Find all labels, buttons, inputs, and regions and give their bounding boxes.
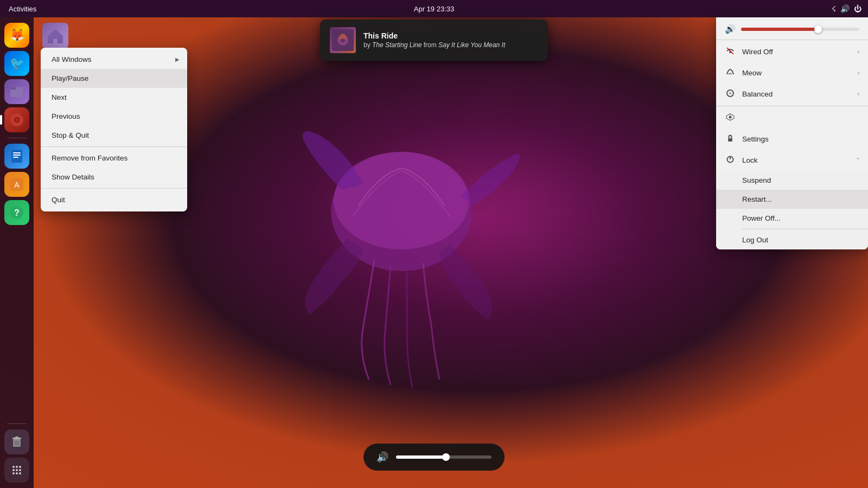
ctx-play-pause-label: Play/Pause [52, 74, 88, 82]
dock-item-app-grid[interactable] [4, 458, 29, 483]
submenu-suspend[interactable]: Suspend [716, 171, 868, 190]
sys-power-off-label: Lock [742, 156, 850, 164]
ctx-all-windows[interactable]: All Windows [41, 50, 187, 69]
music-album: Say It Like You Mean It [438, 41, 505, 49]
home-folder-icon [42, 23, 68, 49]
ctx-next-label: Next [52, 93, 67, 101]
ctx-stop-quit-label: Stop & Quit [52, 131, 89, 139]
svg-line-36 [727, 48, 733, 54]
system-menu: 🔊 Wired Off › Meow › Balanced › [716, 17, 868, 249]
sys-item-power-off[interactable]: Lock ˅ [716, 150, 868, 171]
music-info: This Ride by The Starting Line from Say … [363, 31, 538, 49]
svg-point-29 [16, 472, 18, 474]
music-popup: This Ride by The Starting Line from Say … [320, 20, 548, 61]
sys-item-wired-off[interactable]: Wired Off › [716, 41, 868, 62]
dock-item-rhythmbox[interactable] [4, 107, 29, 132]
wired-off-icon [725, 47, 736, 57]
sys-power-off-arrow: ˅ [857, 157, 859, 163]
svg-rect-4 [10, 87, 16, 89]
network-icon[interactable]: ☇ [832, 4, 836, 13]
submenu-log-out[interactable]: Log Out [716, 230, 868, 249]
sys-balanced-label: Balanced [742, 90, 851, 98]
volume-fill [741, 28, 818, 31]
sys-item-settings[interactable] [716, 107, 868, 129]
meow-icon [725, 68, 736, 78]
svg-point-22 [12, 466, 15, 468]
volume-osd: 🔊 [363, 444, 505, 471]
ctx-quit[interactable]: Quit [41, 190, 187, 209]
ctx-previous-label: Previous [52, 112, 80, 120]
dock-item-firefox[interactable]: 🦊 [4, 23, 29, 48]
topbar-clock: Apr 19 23:33 [414, 5, 454, 13]
volume-slider[interactable] [741, 28, 859, 31]
svg-rect-39 [728, 138, 732, 142]
app-context-menu: All Windows Play/Pause Next Previous Sto… [41, 48, 187, 211]
dock-item-files[interactable] [4, 79, 29, 104]
dock-separator-2 [7, 423, 27, 424]
svg-point-7 [16, 119, 18, 121]
sys-balanced-arrow: › [858, 91, 859, 97]
svg-rect-11 [13, 157, 18, 158]
ctx-show-details[interactable]: Show Details [41, 168, 187, 187]
volume-osd-bar[interactable] [396, 455, 492, 459]
dock-item-writer[interactable] [4, 144, 29, 169]
svg-text:A: A [14, 181, 20, 189]
power-submenu-sep [742, 229, 868, 229]
power-icon[interactable]: ⏻ [854, 4, 861, 13]
power-submenu: Suspend Restart... Power Off... Log Out [716, 171, 868, 249]
ctx-previous[interactable]: Previous [41, 107, 187, 126]
ctx-separator-1 [41, 146, 187, 147]
topbar-right-icons: ☇ 🔊 ⏻ [832, 4, 861, 13]
submenu-restart[interactable]: Restart... [716, 190, 868, 209]
volume-thumb [814, 25, 822, 33]
sys-wired-off-label: Wired Off [742, 48, 851, 56]
ctx-separator-2 [41, 188, 187, 189]
music-artist: The Starting Line [372, 41, 422, 49]
sys-meow-arrow: › [858, 70, 859, 76]
sys-item-meow[interactable]: Meow › [716, 62, 868, 84]
sys-item-balanced[interactable]: Balanced › [716, 84, 868, 105]
album-art [330, 27, 356, 53]
volume-icon[interactable]: 🔊 [840, 4, 850, 13]
dock-item-trash[interactable] [4, 429, 29, 454]
svg-point-25 [12, 469, 15, 471]
ctx-remove-favorites-label: Remove from Favorites [52, 154, 127, 162]
dock-separator-1 [7, 138, 27, 138]
activities-button[interactable]: Activities [7, 5, 39, 13]
ctx-stop-quit[interactable]: Stop & Quit [41, 126, 187, 145]
volume-osd-fill [396, 455, 446, 459]
settings-icon [725, 113, 736, 123]
music-from: from [422, 41, 438, 49]
music-by: by [363, 41, 372, 49]
sys-item-lock[interactable]: Settings [716, 129, 868, 150]
svg-rect-10 [13, 155, 21, 156]
sys-sep-0 [716, 40, 868, 40]
svg-point-23 [16, 466, 18, 468]
svg-rect-18 [15, 436, 18, 438]
volume-osd-icon: 🔊 [376, 451, 388, 463]
power-off-icon [725, 155, 736, 165]
sys-sep-1 [716, 106, 868, 106]
ctx-remove-favorites[interactable]: Remove from Favorites [41, 149, 187, 168]
ctx-next[interactable]: Next [41, 88, 187, 107]
lock-icon [725, 134, 736, 144]
svg-point-30 [19, 472, 21, 474]
ctx-show-details-label: Show Details [52, 173, 94, 181]
submenu-power-off[interactable]: Power Off... [716, 209, 868, 228]
sys-wired-off-arrow: › [858, 49, 859, 55]
dock-bottom [4, 421, 29, 483]
sys-meow-label: Meow [742, 69, 851, 77]
ctx-play-pause[interactable]: Play/Pause [41, 69, 187, 88]
music-title: This Ride [363, 31, 538, 40]
volume-row-icon: 🔊 [725, 24, 736, 34]
svg-point-27 [19, 469, 21, 471]
dock-item-help[interactable]: ? [4, 200, 29, 225]
svg-rect-31 [53, 39, 58, 43]
music-meta: by The Starting Line from Say It Like Yo… [363, 41, 538, 49]
ctx-quit-label: Quit [52, 196, 65, 204]
svg-point-28 [12, 472, 15, 474]
svg-point-24 [19, 466, 21, 468]
dock-item-appstore[interactable]: A [4, 172, 29, 197]
dock-item-thunderbird[interactable]: 🐦 [4, 51, 29, 76]
svg-text:?: ? [14, 208, 20, 217]
